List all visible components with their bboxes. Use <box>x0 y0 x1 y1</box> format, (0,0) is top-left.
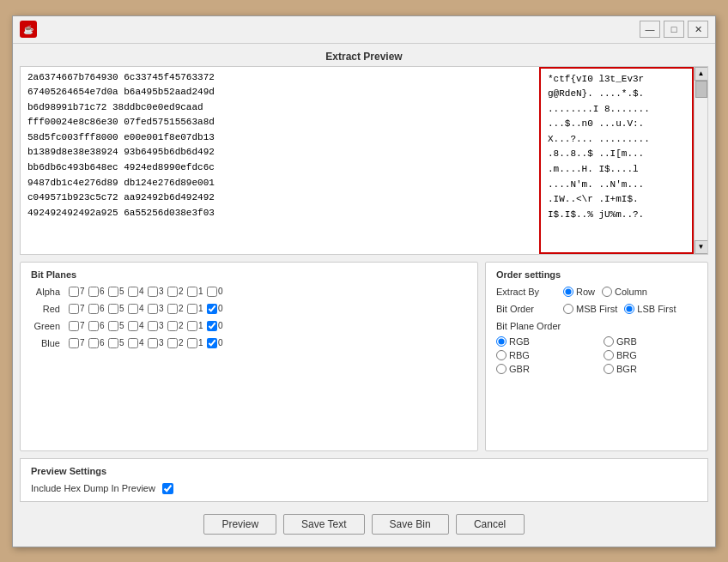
extract-by-column-option[interactable]: Column <box>602 287 647 297</box>
bpo-rgb-radio[interactable] <box>496 336 507 347</box>
bit-2-checkbox[interactable] <box>167 321 178 331</box>
bit-6-checkbox[interactable] <box>88 321 99 331</box>
bit-item[interactable]: 7 <box>69 287 87 297</box>
bit-item[interactable]: 2 <box>167 338 185 348</box>
bit-1-checkbox[interactable] <box>187 287 197 297</box>
bit-item[interactable]: 0 <box>207 287 225 297</box>
bit-item[interactable]: 4 <box>128 287 146 297</box>
lsb-first-option[interactable]: LSB First <box>624 304 676 314</box>
save-text-button[interactable]: Save Text <box>283 514 364 535</box>
bit-item[interactable]: 7 <box>69 304 87 314</box>
bit-1-checkbox[interactable] <box>187 304 197 314</box>
bit-4-checkbox[interactable] <box>128 287 138 297</box>
bit-7-checkbox[interactable] <box>69 304 79 314</box>
bit-item[interactable]: 4 <box>128 304 146 314</box>
bit-item[interactable]: 6 <box>88 287 106 297</box>
bpo-grb-option[interactable]: GRB <box>604 336 697 347</box>
bit-4-checkbox[interactable] <box>128 304 138 314</box>
section-title: Extract Preview <box>20 51 708 63</box>
bpo-grb-radio[interactable] <box>604 336 614 347</box>
bpo-brg-option[interactable]: BRG <box>604 350 697 360</box>
bit-item[interactable]: 3 <box>148 338 166 348</box>
bit-checkbox-group: 76543210 <box>69 338 225 348</box>
bpo-rgb-option[interactable]: RGB <box>496 336 590 347</box>
bpo-gbr-radio[interactable] <box>496 364 507 374</box>
bit-0-checkbox[interactable] <box>207 304 217 314</box>
bit-item[interactable]: 0 <box>207 304 225 314</box>
bit-5-checkbox[interactable] <box>108 321 118 331</box>
bit-item[interactable]: 7 <box>69 338 87 348</box>
bit-4-checkbox[interactable] <box>128 321 138 331</box>
bit-item[interactable]: 2 <box>167 287 185 297</box>
extract-by-column-radio[interactable] <box>602 287 612 297</box>
bpo-bgr-radio[interactable] <box>604 364 614 374</box>
save-bin-button[interactable]: Save Bin <box>372 514 449 535</box>
msb-first-option[interactable]: MSB First <box>563 304 617 314</box>
close-button[interactable]: ✕ <box>688 21 708 38</box>
bit-2-checkbox[interactable] <box>167 338 178 348</box>
bit-item[interactable]: 1 <box>187 321 205 331</box>
bit-item[interactable]: 6 <box>88 321 106 331</box>
bit-5-checkbox[interactable] <box>108 287 118 297</box>
bpo-rbg-option[interactable]: RBG <box>496 350 590 360</box>
bit-item[interactable]: 5 <box>108 338 126 348</box>
bit-item[interactable]: 0 <box>207 321 225 331</box>
scrollbar[interactable]: ▲ ▼ <box>694 67 707 254</box>
bit-5-checkbox[interactable] <box>108 304 118 314</box>
bpo-bgr-option[interactable]: BGR <box>604 364 697 374</box>
bit-4-checkbox[interactable] <box>128 338 138 348</box>
bit-item[interactable]: 3 <box>148 304 166 314</box>
bit-item[interactable]: 7 <box>69 321 87 331</box>
minimize-button[interactable]: — <box>640 21 660 38</box>
bit-0-checkbox[interactable] <box>207 287 217 297</box>
bpo-rbg-radio[interactable] <box>496 350 507 360</box>
bit-6-checkbox[interactable] <box>88 338 99 348</box>
include-hex-checkbox[interactable] <box>162 483 173 494</box>
extract-by-row-option[interactable]: Row <box>563 287 595 297</box>
bit-item[interactable]: 5 <box>108 304 126 314</box>
bit-6-checkbox[interactable] <box>88 287 99 297</box>
bit-2-checkbox[interactable] <box>167 287 178 297</box>
extract-by-row-radio[interactable] <box>563 287 573 297</box>
scroll-down-button[interactable]: ▼ <box>695 240 708 254</box>
bpo-gbr-option[interactable]: GBR <box>496 364 590 374</box>
scroll-up-button[interactable]: ▲ <box>695 67 708 81</box>
bit-3-checkbox[interactable] <box>148 287 158 297</box>
preview-button[interactable]: Preview <box>203 514 276 535</box>
bit-item[interactable]: 5 <box>108 321 126 331</box>
bit-item[interactable]: 4 <box>128 321 146 331</box>
title-bar: ☕ — □ ✕ <box>13 16 715 44</box>
bit-3-checkbox[interactable] <box>148 338 158 348</box>
msb-first-radio[interactable] <box>563 304 573 314</box>
scroll-thumb[interactable] <box>695 81 707 98</box>
bit-item[interactable]: 3 <box>148 287 166 297</box>
cancel-button[interactable]: Cancel <box>456 514 525 535</box>
bit-6-checkbox[interactable] <box>88 304 99 314</box>
bit-0-checkbox[interactable] <box>207 338 217 348</box>
maximize-button[interactable]: □ <box>664 21 684 38</box>
bit-item[interactable]: 6 <box>88 304 106 314</box>
bit-item[interactable]: 0 <box>207 338 225 348</box>
bit-7-checkbox[interactable] <box>69 321 79 331</box>
bit-item[interactable]: 2 <box>167 304 185 314</box>
bit-item[interactable]: 6 <box>88 338 106 348</box>
bit-item[interactable]: 1 <box>187 338 205 348</box>
bit-1-checkbox[interactable] <box>187 338 197 348</box>
lsb-first-radio[interactable] <box>624 304 634 314</box>
bit-7-checkbox[interactable] <box>69 287 79 297</box>
bit-2-checkbox[interactable] <box>167 304 178 314</box>
bit-3-checkbox[interactable] <box>148 321 158 331</box>
bit-0-checkbox[interactable] <box>207 321 217 331</box>
bit-5-checkbox[interactable] <box>108 338 118 348</box>
bit-3-checkbox[interactable] <box>148 304 158 314</box>
bit-item[interactable]: 1 <box>187 287 205 297</box>
bit-7-checkbox[interactable] <box>69 338 79 348</box>
bit-item[interactable]: 1 <box>187 304 205 314</box>
bit-1-checkbox[interactable] <box>187 321 197 331</box>
bit-item[interactable]: 3 <box>148 321 166 331</box>
bit-item[interactable]: 4 <box>128 338 146 348</box>
bpo-brg-radio[interactable] <box>604 350 614 360</box>
bit-planes-panel: Bit Planes Alpha76543210Red76543210Green… <box>20 262 478 451</box>
bit-item[interactable]: 5 <box>108 287 126 297</box>
bit-item[interactable]: 2 <box>167 321 185 331</box>
